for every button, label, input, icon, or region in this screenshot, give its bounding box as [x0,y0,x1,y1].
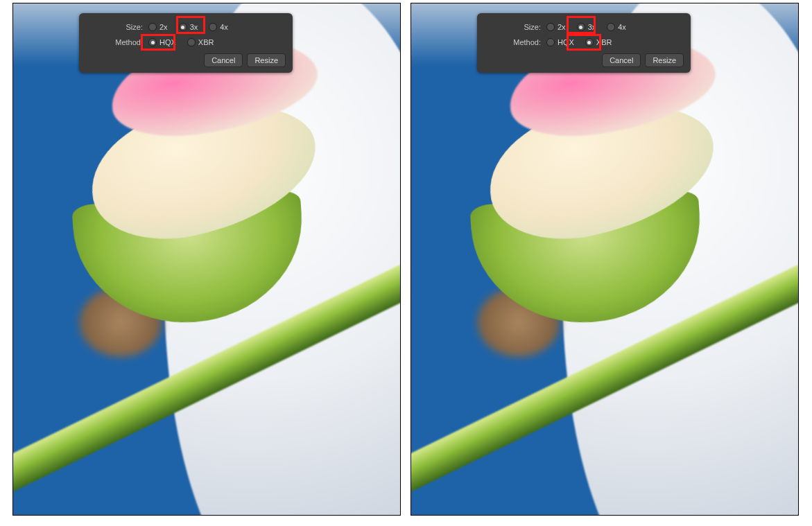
size-row: Size: 2x 3x 4x [484,23,684,31]
radio-label: 3x [190,23,198,31]
radio-label: HQX [159,38,176,46]
method-radio-group: HQX XBR [546,38,612,46]
radio-label: 4x [618,23,626,31]
resize-button[interactable]: Resize [645,53,684,67]
radio-4x[interactable]: 4x [607,23,626,31]
radio-label: 4x [220,23,228,31]
dialog-buttons: Cancel Resize [484,53,684,67]
image-panel-left: Size: 2x 3x 4x Meth [12,3,401,516]
size-label: Size: [484,23,546,31]
radio-xbr[interactable]: XBR [585,38,612,46]
resize-button[interactable]: Resize [247,53,286,67]
radio-dot-icon [585,38,594,46]
resize-dialog-left: Size: 2x 3x 4x Meth [79,13,293,73]
radio-3x[interactable]: 3x [577,23,596,31]
radio-dot-icon [577,23,585,31]
radio-xbr[interactable]: XBR [187,38,214,46]
size-radio-group: 2x 3x 4x [546,23,626,31]
cancel-button[interactable]: Cancel [204,53,243,67]
resize-dialog-right: Size: 2x 3x 4x Meth [477,13,691,73]
size-row: Size: 2x 3x 4x [86,23,286,31]
radio-dot-icon [607,23,615,31]
size-label: Size: [86,23,148,31]
radio-hqx[interactable]: HQX [148,38,176,46]
method-row: Method: HQX XBR [484,38,684,46]
radio-label: 3x [588,23,596,31]
method-label: Method: [484,38,546,46]
radio-4x[interactable]: 4x [209,23,228,31]
dialog-buttons: Cancel Resize [86,53,286,67]
radio-dot-icon [148,38,157,46]
radio-hqx[interactable]: HQX [546,38,574,46]
radio-label: 2x [558,23,566,31]
size-radio-group: 2x 3x 4x [148,23,228,31]
radio-dot-icon [209,23,217,31]
radio-2x[interactable]: 2x [148,23,168,31]
radio-dot-icon [187,38,196,46]
radio-dot-icon [148,23,157,31]
cancel-button[interactable]: Cancel [602,53,641,67]
radio-2x[interactable]: 2x [546,23,566,31]
radio-label: 2x [159,23,168,31]
method-label: Method: [86,38,148,46]
comparison-container: Size: 2x 3x 4x Meth [0,0,812,525]
radio-3x[interactable]: 3x [179,23,198,31]
radio-label: XBR [198,38,214,46]
method-row: Method: HQX XBR [86,38,286,46]
method-radio-group: HQX XBR [148,38,214,46]
image-panel-right: Size: 2x 3x 4x Meth [411,3,799,516]
radio-dot-icon [546,38,555,46]
radio-dot-icon [546,23,555,31]
radio-label: HQX [558,38,574,46]
radio-label: XBR [596,38,612,46]
radio-dot-icon [179,23,187,31]
